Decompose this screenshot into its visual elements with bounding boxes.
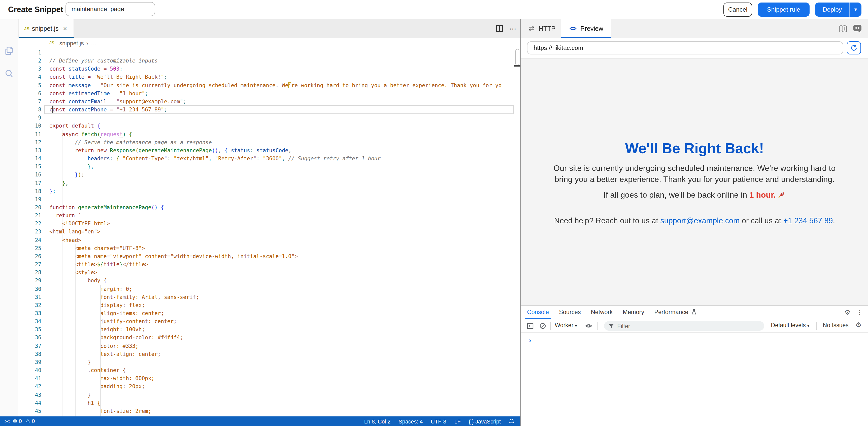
line-number: 25 [18, 244, 50, 252]
devtools-tab-console[interactable]: Console [527, 309, 549, 316]
line-number: 5 [18, 81, 50, 89]
code-line-30: 30 margin: 0; [18, 285, 520, 293]
editor-actions: ⋯ [496, 19, 516, 38]
devtools-top-icons: ⚙ ⋮ [844, 306, 863, 319]
cursor-position[interactable]: Ln 8, Col 2 [364, 418, 391, 424]
remote-indicator-icon[interactable]: >< [4, 419, 9, 424]
line-number: 45 [18, 407, 50, 415]
warnings-status[interactable]: ⚠ 0 [26, 418, 35, 425]
line-number: 7 [18, 97, 50, 105]
preview-tab-bar: HTTP Preview [521, 19, 868, 38]
clear-console-icon[interactable] [540, 322, 546, 329]
close-tab-icon[interactable]: × [63, 25, 67, 32]
tab-http[interactable]: HTTP [528, 19, 556, 38]
code-line-43: 43 } [18, 391, 520, 399]
devtools-tab-network[interactable]: Network [591, 309, 613, 316]
console-prompt-chevron[interactable]: › [528, 337, 532, 344]
console-settings-gear-icon[interactable]: ⚙ [856, 322, 862, 328]
tab-preview[interactable]: Preview [561, 19, 611, 38]
split-editor-icon[interactable] [496, 25, 503, 32]
maintenance-eta-line: If all goes to plan, we'll be back onlin… [521, 191, 868, 200]
console-output[interactable]: › [521, 333, 868, 426]
support-email-link[interactable]: support@example.com [660, 216, 740, 225]
code-line-35: 35 height: 100vh; [18, 325, 520, 334]
line-number: 4 [18, 73, 50, 81]
code-line-1: 1 [18, 48, 520, 56]
console-sidebar-icon[interactable] [527, 322, 534, 329]
refresh-button[interactable] [847, 41, 861, 54]
snippet-name-input[interactable] [65, 2, 155, 16]
code-line-2: 2// Define your customizable inputs [18, 56, 520, 64]
scrollbar-thumb[interactable] [515, 49, 519, 65]
indentation[interactable]: Spaces: 4 [399, 418, 423, 424]
line-number: 13 [18, 146, 50, 154]
line-number: 38 [18, 350, 50, 358]
breadcrumb-file[interactable]: snippet.js [59, 40, 84, 46]
devtools: Console Sources Network Memory Performan… [521, 305, 868, 426]
line-number: 22 [18, 220, 50, 228]
code-line-19: 19 [18, 195, 520, 203]
indent-guide [100, 285, 101, 416]
toolbar-divider [598, 322, 598, 330]
code-line-41: 41 max-width: 600px; [18, 374, 520, 382]
console-filter-input[interactable]: Filter [604, 321, 765, 331]
code-line-15: 15 }, [18, 162, 520, 170]
funnel-filter-icon [609, 323, 614, 329]
discord-feedback-icon[interactable] [853, 24, 862, 33]
app-window: Create Snippet Cancel Snippet rule Deplo… [0, 0, 868, 426]
notifications-bell-icon[interactable] [509, 418, 514, 424]
tab-http-label: HTTP [539, 25, 556, 32]
line-number: 40 [18, 366, 50, 374]
code-line-5: 5const message = "Our site is currently … [18, 81, 520, 89]
maintenance-contact-line: Need help? Reach out to us at support@ex… [521, 216, 868, 225]
encoding[interactable]: UTF-8 [431, 418, 446, 424]
log-levels-dropdown[interactable]: Default levels ▾ [771, 322, 810, 328]
devtools-tab-memory[interactable]: Memory [623, 309, 644, 316]
more-actions-icon[interactable]: ⋯ [509, 25, 516, 32]
docs-book-icon[interactable] [838, 24, 847, 32]
deploy-button[interactable]: Deploy [815, 2, 849, 17]
code-editor[interactable]: 12// Define your customizable inputs3con… [18, 48, 520, 417]
header-actions: Cancel Snippet rule Deploy ▼ [723, 2, 862, 17]
line-number: 27 [18, 260, 50, 268]
errors-status[interactable]: ⊗ 0 [12, 418, 22, 425]
cancel-button[interactable]: Cancel [723, 2, 752, 17]
code-line-3: 3const statusCode = 503; [18, 65, 520, 73]
language-mode[interactable]: { } JavaScript [469, 418, 501, 424]
tab-snippet-js[interactable]: JS snippet.js × [19, 19, 74, 38]
devtools-tab-performance[interactable]: Performance [654, 309, 688, 316]
line-number: 28 [18, 268, 50, 276]
line-number: 44 [18, 399, 50, 406]
devtools-tab-sources[interactable]: Sources [559, 309, 581, 316]
line-number: 36 [18, 334, 50, 342]
maintenance-message: Our site is currently undergoing schedul… [551, 163, 838, 186]
panel-top-icons [838, 19, 862, 38]
url-input[interactable] [527, 41, 843, 54]
chevron-down-icon: ▼ [854, 7, 858, 12]
code-line-21: 21 return ` [18, 211, 520, 219]
context-selector[interactable]: Worker ▾ [555, 322, 577, 328]
deploy-dropdown-button[interactable]: ▼ [849, 2, 862, 17]
devtools-menu-kebab-icon[interactable]: ⋮ [857, 309, 863, 316]
search-icon[interactable] [3, 68, 14, 79]
snippet-rule-button[interactable]: Snippet rule [758, 2, 810, 17]
devtools-settings-gear-icon[interactable]: ⚙ [844, 309, 850, 316]
explorer-files-icon[interactable] [3, 46, 14, 56]
warning-icon: ⚠ [26, 418, 30, 424]
code-line-16: 16 }); [18, 171, 520, 179]
preview-panel: HTTP Preview [521, 19, 868, 426]
line-number: 35 [18, 325, 50, 334]
code-line-37: 37 color: #333; [18, 342, 520, 350]
flask-icon [691, 309, 697, 315]
js-file-icon: JS [50, 41, 54, 46]
live-expression-eye-icon[interactable] [585, 322, 593, 329]
eol-sequence[interactable]: LF [455, 418, 461, 424]
issues-counter[interactable]: No Issues [823, 322, 848, 328]
line-number: 42 [18, 382, 50, 391]
breadcrumb-symbol[interactable]: … [91, 40, 96, 46]
phone-link[interactable]: +1 234 567 89 [783, 216, 833, 225]
code-line-13: 13 return new Response(generateMaintenan… [18, 146, 520, 154]
code-line-20: 20function generateMaintenancePage() { [18, 203, 520, 211]
line-number: 24 [18, 236, 50, 244]
editor-scrollbar[interactable] [514, 48, 520, 417]
